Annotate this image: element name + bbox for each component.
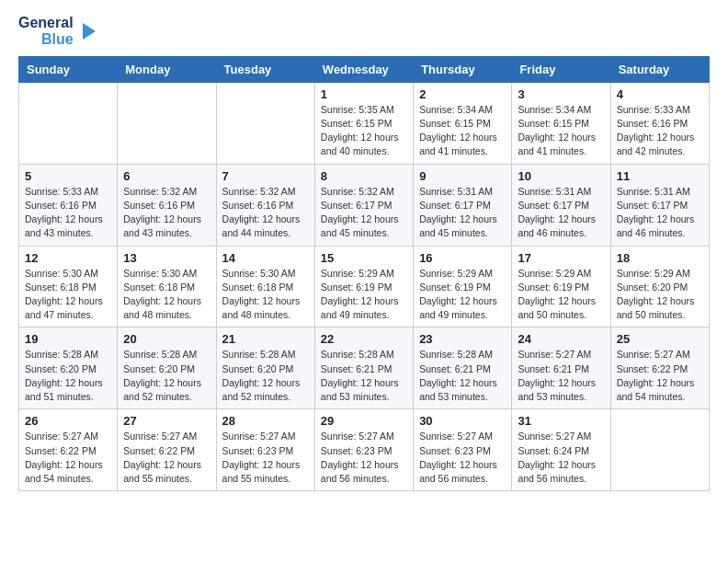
calendar-cell: 18Sunrise: 5:29 AMSunset: 6:20 PMDayligh… (610, 246, 709, 327)
cell-info: Sunrise: 5:30 AMSunset: 6:18 PMDaylight:… (25, 267, 111, 323)
calendar-cell: 29Sunrise: 5:27 AMSunset: 6:23 PMDayligh… (314, 409, 413, 491)
cell-info: Sunrise: 5:29 AMSunset: 6:19 PMDaylight:… (321, 267, 407, 323)
cell-info: Sunrise: 5:32 AMSunset: 6:17 PMDaylight:… (321, 185, 407, 241)
calendar-cell: 19Sunrise: 5:28 AMSunset: 6:20 PMDayligh… (19, 327, 118, 409)
week-row-3: 12Sunrise: 5:30 AMSunset: 6:18 PMDayligh… (19, 246, 710, 327)
weekday-monday: Monday (118, 56, 216, 82)
day-number: 1 (321, 87, 407, 101)
weekday-wednesday: Wednesday (314, 56, 413, 82)
day-number: 12 (25, 251, 111, 265)
calendar-cell: 17Sunrise: 5:29 AMSunset: 6:19 PMDayligh… (512, 246, 610, 327)
cell-info: Sunrise: 5:28 AMSunset: 6:21 PMDaylight:… (321, 348, 407, 404)
calendar-cell: 3Sunrise: 5:34 AMSunset: 6:15 PMDaylight… (512, 82, 610, 164)
calendar-cell: 22Sunrise: 5:28 AMSunset: 6:21 PMDayligh… (314, 327, 413, 409)
cell-info: Sunrise: 5:29 AMSunset: 6:19 PMDaylight:… (518, 267, 604, 323)
weekday-header-row: SundayMondayTuesdayWednesdayThursdayFrid… (19, 56, 710, 82)
header: General Blue (18, 15, 710, 49)
day-number: 13 (123, 251, 210, 265)
calendar-cell: 9Sunrise: 5:31 AMSunset: 6:17 PMDaylight… (414, 164, 512, 246)
day-number: 17 (518, 251, 604, 265)
day-number: 18 (617, 251, 703, 265)
calendar-cell: 11Sunrise: 5:31 AMSunset: 6:17 PMDayligh… (610, 164, 709, 246)
calendar-cell: 1Sunrise: 5:35 AMSunset: 6:15 PMDaylight… (314, 82, 413, 164)
calendar-cell: 6Sunrise: 5:32 AMSunset: 6:16 PMDaylight… (118, 164, 216, 246)
day-number: 16 (419, 251, 506, 265)
day-number: 31 (518, 414, 604, 428)
calendar-cell: 8Sunrise: 5:32 AMSunset: 6:17 PMDaylight… (314, 164, 413, 246)
day-number: 26 (25, 414, 111, 428)
day-number: 25 (617, 332, 703, 346)
cell-info: Sunrise: 5:27 AMSunset: 6:23 PMDaylight:… (419, 430, 506, 486)
logo-general-text: General (18, 15, 74, 31)
calendar-cell (19, 82, 118, 164)
cell-info: Sunrise: 5:27 AMSunset: 6:22 PMDaylight:… (25, 430, 111, 486)
calendar-cell: 16Sunrise: 5:29 AMSunset: 6:19 PMDayligh… (414, 246, 512, 327)
day-number: 29 (321, 414, 407, 428)
calendar-cell: 10Sunrise: 5:31 AMSunset: 6:17 PMDayligh… (512, 164, 610, 246)
calendar-cell: 21Sunrise: 5:28 AMSunset: 6:20 PMDayligh… (216, 327, 314, 409)
day-number: 19 (25, 332, 111, 346)
cell-info: Sunrise: 5:27 AMSunset: 6:21 PMDaylight:… (518, 348, 604, 404)
day-number: 4 (617, 87, 703, 101)
cell-info: Sunrise: 5:28 AMSunset: 6:20 PMDaylight:… (222, 348, 309, 404)
cell-info: Sunrise: 5:31 AMSunset: 6:17 PMDaylight:… (617, 185, 703, 241)
weekday-thursday: Thursday (414, 56, 512, 82)
calendar-cell: 2Sunrise: 5:34 AMSunset: 6:15 PMDaylight… (414, 82, 512, 164)
day-number: 28 (222, 414, 309, 428)
cell-info: Sunrise: 5:32 AMSunset: 6:16 PMDaylight:… (222, 185, 309, 241)
cell-info: Sunrise: 5:34 AMSunset: 6:15 PMDaylight:… (518, 103, 604, 159)
weekday-sunday: Sunday (19, 56, 118, 82)
cell-info: Sunrise: 5:28 AMSunset: 6:20 PMDaylight:… (25, 348, 111, 404)
cell-info: Sunrise: 5:29 AMSunset: 6:19 PMDaylight:… (419, 267, 506, 323)
day-number: 5 (25, 169, 111, 183)
cell-info: Sunrise: 5:33 AMSunset: 6:16 PMDaylight:… (25, 185, 111, 241)
day-number: 27 (123, 414, 210, 428)
weekday-tuesday: Tuesday (216, 56, 314, 82)
weekday-saturday: Saturday (610, 56, 709, 82)
calendar-cell: 26Sunrise: 5:27 AMSunset: 6:22 PMDayligh… (19, 409, 118, 491)
day-number: 15 (321, 251, 407, 265)
day-number: 8 (321, 169, 407, 183)
day-number: 22 (321, 332, 407, 346)
cell-info: Sunrise: 5:29 AMSunset: 6:20 PMDaylight:… (617, 267, 703, 323)
day-number: 3 (518, 87, 604, 101)
calendar-cell: 14Sunrise: 5:30 AMSunset: 6:18 PMDayligh… (216, 246, 314, 327)
cell-info: Sunrise: 5:31 AMSunset: 6:17 PMDaylight:… (419, 185, 506, 241)
day-number: 2 (419, 87, 506, 101)
cell-info: Sunrise: 5:31 AMSunset: 6:17 PMDaylight:… (518, 185, 604, 241)
calendar-cell: 23Sunrise: 5:28 AMSunset: 6:21 PMDayligh… (414, 327, 512, 409)
calendar-cell: 5Sunrise: 5:33 AMSunset: 6:16 PMDaylight… (19, 164, 118, 246)
logo: General Blue (18, 15, 97, 49)
calendar-cell: 25Sunrise: 5:27 AMSunset: 6:22 PMDayligh… (610, 327, 709, 409)
day-number: 11 (617, 169, 703, 183)
day-number: 30 (419, 414, 506, 428)
calendar-cell: 13Sunrise: 5:30 AMSunset: 6:18 PMDayligh… (118, 246, 216, 327)
calendar-cell (216, 82, 314, 164)
day-number: 7 (222, 169, 309, 183)
calendar-cell: 27Sunrise: 5:27 AMSunset: 6:22 PMDayligh… (118, 409, 216, 491)
calendar-cell: 28Sunrise: 5:27 AMSunset: 6:23 PMDayligh… (216, 409, 314, 491)
calendar-cell: 31Sunrise: 5:27 AMSunset: 6:24 PMDayligh… (512, 409, 610, 491)
cell-info: Sunrise: 5:30 AMSunset: 6:18 PMDaylight:… (222, 267, 309, 323)
calendar-cell: 24Sunrise: 5:27 AMSunset: 6:21 PMDayligh… (512, 327, 610, 409)
day-number: 24 (518, 332, 604, 346)
cell-info: Sunrise: 5:30 AMSunset: 6:18 PMDaylight:… (123, 267, 210, 323)
cell-info: Sunrise: 5:27 AMSunset: 6:24 PMDaylight:… (518, 430, 604, 486)
logo-blue-text: Blue (41, 31, 74, 48)
day-number: 23 (419, 332, 506, 346)
calendar-cell (610, 409, 709, 491)
calendar-cell: 20Sunrise: 5:28 AMSunset: 6:20 PMDayligh… (118, 327, 216, 409)
weekday-friday: Friday (512, 56, 610, 82)
calendar-cell: 15Sunrise: 5:29 AMSunset: 6:19 PMDayligh… (314, 246, 413, 327)
logo-chevron-icon (77, 21, 97, 41)
cell-info: Sunrise: 5:28 AMSunset: 6:20 PMDaylight:… (123, 348, 210, 404)
calendar-cell: 7Sunrise: 5:32 AMSunset: 6:16 PMDaylight… (216, 164, 314, 246)
calendar-cell: 30Sunrise: 5:27 AMSunset: 6:23 PMDayligh… (414, 409, 512, 491)
day-number: 6 (123, 169, 210, 183)
cell-info: Sunrise: 5:28 AMSunset: 6:21 PMDaylight:… (419, 348, 506, 404)
cell-info: Sunrise: 5:27 AMSunset: 6:22 PMDaylight:… (617, 348, 703, 404)
cell-info: Sunrise: 5:34 AMSunset: 6:15 PMDaylight:… (419, 103, 506, 159)
cell-info: Sunrise: 5:32 AMSunset: 6:16 PMDaylight:… (123, 185, 210, 241)
week-row-5: 26Sunrise: 5:27 AMSunset: 6:22 PMDayligh… (19, 409, 710, 491)
week-row-4: 19Sunrise: 5:28 AMSunset: 6:20 PMDayligh… (19, 327, 710, 409)
